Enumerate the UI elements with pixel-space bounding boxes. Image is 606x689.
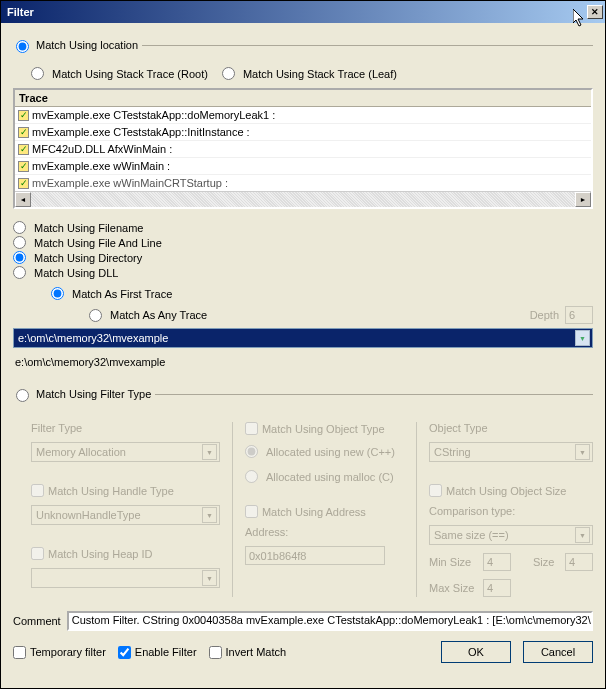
- trace-listbox[interactable]: Trace ✓mvExample.exe CTeststakApp::doMem…: [13, 88, 593, 209]
- first-trace-radio[interactable]: [51, 287, 64, 300]
- invert-match-checkbox[interactable]: [209, 646, 222, 659]
- alloc-new-radio: [245, 445, 258, 458]
- first-trace-label: Match As First Trace: [72, 288, 172, 300]
- filter-type-combo: Memory Allocation ▼: [31, 442, 220, 462]
- trace-header: Trace: [15, 90, 591, 107]
- match-object-size-checkbox: [429, 484, 442, 497]
- max-size-label: Max Size: [429, 582, 479, 594]
- match-dll-radio[interactable]: [13, 266, 26, 279]
- checkmark-icon[interactable]: ✓: [18, 127, 29, 138]
- alloc-malloc-radio: [245, 470, 258, 483]
- trace-item[interactable]: ✓mvExample.exe wWinMainCRTStartup :: [15, 175, 591, 191]
- checkmark-icon[interactable]: ✓: [18, 178, 29, 189]
- path-combo-value: e:\om\c\memory32\mvexample: [18, 332, 168, 344]
- handle-type-combo: UnknownHandleType ▼: [31, 505, 220, 525]
- match-directory-label: Match Using Directory: [34, 252, 142, 264]
- depth-label: Depth: [530, 309, 559, 321]
- match-address-label: Match Using Address: [262, 506, 366, 518]
- address-input: [245, 546, 385, 565]
- titlebar: Filter ✕: [1, 1, 605, 23]
- match-address-checkbox: [245, 505, 258, 518]
- close-button[interactable]: ✕: [587, 5, 603, 19]
- match-stack-root-label: Match Using Stack Trace (Root): [52, 68, 208, 80]
- trace-item[interactable]: ✓mvExample.exe CTeststakApp::doMemoryLea…: [15, 107, 591, 124]
- match-object-type-label: Match Using Object Type: [262, 423, 385, 435]
- match-stack-leaf-radio[interactable]: [222, 67, 235, 80]
- match-stack-leaf-label: Match Using Stack Trace (Leaf): [243, 68, 397, 80]
- filter-type-value: Memory Allocation: [36, 446, 126, 458]
- comparison-label: Comparison type:: [429, 505, 593, 517]
- horizontal-scrollbar[interactable]: ◄ ►: [15, 191, 591, 207]
- checkmark-icon[interactable]: ✓: [18, 144, 29, 155]
- chevron-down-icon: ▼: [202, 444, 217, 460]
- match-heap-id-label: Match Using Heap ID: [48, 548, 153, 560]
- heap-id-combo: ▼: [31, 568, 220, 588]
- path-combo[interactable]: e:\om\c\memory32\mvexample ▼: [13, 328, 593, 348]
- object-type-combo: CString ▼: [429, 442, 593, 462]
- scroll-left-button[interactable]: ◄: [15, 192, 31, 207]
- comment-label: Comment: [13, 615, 61, 627]
- size-label: Size: [533, 556, 561, 568]
- enable-filter-label: Enable Filter: [135, 646, 197, 658]
- trace-item-text: mvExample.exe wWinMain :: [32, 160, 170, 172]
- match-location-label: Match Using location: [36, 39, 138, 51]
- match-filename-label: Match Using Filename: [34, 222, 143, 234]
- match-filename-radio[interactable]: [13, 221, 26, 234]
- match-handle-type-label: Match Using Handle Type: [48, 485, 174, 497]
- match-file-line-label: Match Using File And Line: [34, 237, 162, 249]
- object-type-value: CString: [434, 446, 471, 458]
- match-filter-type-label: Match Using Filter Type: [36, 388, 151, 400]
- address-label: Address:: [245, 526, 404, 538]
- trace-item-text: mvExample.exe CTeststakApp::doMemoryLeak…: [32, 109, 275, 121]
- filter-dialog: Filter ✕ Match Using location Match Usin…: [0, 0, 606, 689]
- min-size-label: Min Size: [429, 556, 479, 568]
- chevron-down-icon: ▼: [575, 444, 590, 460]
- min-size-input: [483, 553, 511, 571]
- comparison-value: Same size (==): [434, 529, 509, 541]
- scroll-right-button[interactable]: ►: [575, 192, 591, 207]
- comparison-combo: Same size (==) ▼: [429, 525, 593, 545]
- any-trace-label: Match As Any Trace: [110, 309, 207, 321]
- alloc-malloc-label: Allocated using malloc (C): [266, 471, 394, 483]
- match-location-radio[interactable]: [16, 40, 29, 53]
- match-heap-id-checkbox: [31, 547, 44, 560]
- max-size-input: [483, 579, 511, 597]
- chevron-down-icon: ▼: [202, 507, 217, 523]
- cancel-button[interactable]: Cancel: [523, 641, 593, 663]
- match-dll-label: Match Using DLL: [34, 267, 118, 279]
- trace-item-text: MFC42uD.DLL AfxWinMain :: [32, 143, 172, 155]
- handle-type-value: UnknownHandleType: [36, 509, 141, 521]
- window-title: Filter: [7, 6, 34, 18]
- alloc-new-label: Allocated using new (C++): [266, 446, 395, 458]
- match-filter-type-radio[interactable]: [16, 389, 29, 402]
- trace-item[interactable]: ✓mvExample.exe wWinMain :: [15, 158, 591, 175]
- checkmark-icon[interactable]: ✓: [18, 161, 29, 172]
- filter-type-label: Filter Type: [31, 422, 220, 434]
- path-display: e:\om\c\memory32\mvexample: [15, 356, 593, 368]
- depth-input[interactable]: [565, 306, 593, 324]
- match-stack-root-radio[interactable]: [31, 67, 44, 80]
- any-trace-radio[interactable]: [89, 309, 102, 322]
- object-type-label: Object Type: [429, 422, 593, 434]
- chevron-down-icon: ▼: [202, 570, 217, 586]
- trace-item[interactable]: ✓mvExample.exe CTeststakApp::InitInstanc…: [15, 124, 591, 141]
- invert-match-label: Invert Match: [226, 646, 287, 658]
- checkmark-icon[interactable]: ✓: [18, 110, 29, 121]
- match-object-size-label: Match Using Object Size: [446, 485, 566, 497]
- comment-input[interactable]: Custom Filter. CString 0x0040358a mvExam…: [67, 611, 593, 631]
- enable-filter-checkbox[interactable]: [118, 646, 131, 659]
- match-directory-radio[interactable]: [13, 251, 26, 264]
- trace-item[interactable]: ✓MFC42uD.DLL AfxWinMain :: [15, 141, 591, 158]
- size-input: [565, 553, 593, 571]
- trace-item-text: mvExample.exe CTeststakApp::InitInstance…: [32, 126, 250, 138]
- match-handle-type-checkbox: [31, 484, 44, 497]
- temporary-filter-checkbox[interactable]: [13, 646, 26, 659]
- match-object-type-checkbox: [245, 422, 258, 435]
- chevron-down-icon[interactable]: ▼: [575, 330, 590, 346]
- match-file-line-radio[interactable]: [13, 236, 26, 249]
- chevron-down-icon: ▼: [575, 527, 590, 543]
- ok-button[interactable]: OK: [441, 641, 511, 663]
- trace-item-text: mvExample.exe wWinMainCRTStartup :: [32, 177, 228, 189]
- temporary-filter-label: Temporary filter: [30, 646, 106, 658]
